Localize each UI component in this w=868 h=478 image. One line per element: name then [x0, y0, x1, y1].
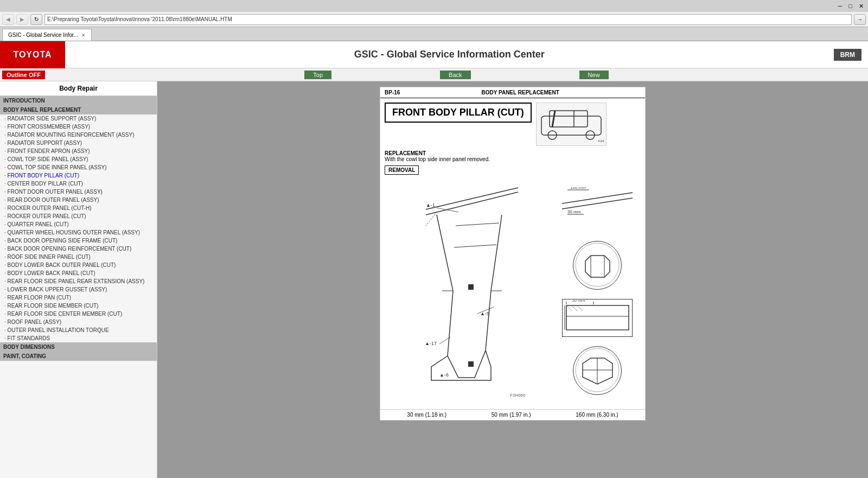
back-button[interactable]: Back: [440, 71, 470, 79]
replacement-text: With the cowl top side inner panel remov…: [385, 156, 641, 162]
maximize-btn[interactable]: □: [848, 3, 852, 9]
measurement-top: 160 mm 30 mm: [557, 187, 638, 232]
brm-button[interactable]: BRM: [834, 49, 861, 61]
sidebar-item-3[interactable]: · RADIATOR MOUNTING REINFORCEMENT (ASSY): [0, 131, 157, 139]
sidebar-item-16[interactable]: · BACK DOOR OPENING SIDE FRAME (CUT): [0, 237, 157, 245]
diagram-right: 160 mm 30 mm: [554, 177, 641, 405]
svg-line-5: [552, 111, 555, 127]
svg-rect-0: [541, 116, 601, 135]
sidebar: Body Repair INTRODUCTION BODY PANEL REPL…: [0, 81, 157, 478]
sidebar-item-6[interactable]: · COWL TOP SIDE PANEL (ASSY): [0, 155, 157, 163]
removal-label: REMOVAL: [385, 165, 419, 175]
sidebar-item-12[interactable]: · ROCKER OUTER PANEL (CUT-H): [0, 204, 157, 212]
minimize-btn[interactable]: ─: [838, 3, 843, 9]
sidebar-item-9[interactable]: · CENTER BODY PILLAR (CUT): [0, 180, 157, 188]
tab-close-icon[interactable]: ✕: [81, 33, 86, 38]
go-btn[interactable]: →: [854, 14, 866, 25]
sidebar-item-13[interactable]: · ROCKER OUTER PANEL (CUT): [0, 212, 157, 220]
main-layout: Body Repair INTRODUCTION BODY PANEL REPL…: [0, 81, 868, 478]
top-button[interactable]: Top: [304, 71, 331, 79]
section-title: BODY PANEL REPLACEMENT: [400, 90, 641, 95]
sidebar-item-11[interactable]: · REAR DOOR OUTER PANEL (ASSY): [0, 196, 157, 204]
sidebar-section-paint: PAINT, COATING: [0, 352, 157, 361]
browser-tab[interactable]: GSIC - Global Service Infor... ✕: [2, 29, 92, 41]
sidebar-section-body-panel: BODY PANEL REPLACEMENT: [0, 105, 157, 114]
outline-button[interactable]: Outline OFF: [2, 71, 45, 79]
svg-text:▲-1: ▲-1: [426, 202, 435, 208]
detail-circle-2: [573, 346, 622, 395]
svg-text:50 mm: 50 mm: [572, 300, 585, 303]
close-btn[interactable]: ✕: [859, 3, 864, 10]
doc-title-box: FRONT BODY PILLAR (CUT): [385, 103, 532, 123]
sidebar-item-2[interactable]: · FRONT CROSSMEMBER (ASSY): [0, 123, 157, 131]
svg-text:▲-17: ▲-17: [425, 341, 437, 346]
svg-rect-21: [468, 361, 474, 367]
sidebar-item-24[interactable]: · REAR FLOOR SIDE MEMBER (CUT): [0, 302, 157, 310]
toolbar: Outline OFF Top Back New: [0, 68, 868, 81]
sidebar-item-15[interactable]: · QUARTER WHEEL HOUSING OUTER PANEL (ASS…: [0, 228, 157, 237]
sidebar-item-4[interactable]: · RADIATOR SUPPORT (ASSY): [0, 139, 157, 147]
svg-line-40: [566, 305, 572, 311]
svg-line-25: [562, 193, 633, 203]
sidebar-item-1[interactable]: · RADIATOR SIDE SUPPORT (ASSY): [0, 114, 157, 123]
sidebar-item-20[interactable]: · BODY LOWER BACK PANEL (CUT): [0, 269, 157, 277]
app-header: TOYOTA GSIC - Global Service Information…: [0, 41, 868, 68]
sidebar-item-18[interactable]: · ROOF SIDE INNER PANEL (CUT): [0, 253, 157, 261]
sidebar-item-25[interactable]: · REAR FLOOR SIDE CENTER MEMBER (CUT): [0, 310, 157, 318]
svg-text:160 mm: 160 mm: [570, 187, 586, 190]
detail-rect-1: 50 mm: [562, 299, 633, 337]
nav-bar: ◀ ▶ ↻ E:\Prepraring Toyota\Toyota\Innova…: [0, 12, 868, 27]
doc-main-title: FRONT BODY PILLAR (CUT): [386, 104, 531, 122]
sidebar-item-26[interactable]: · ROOF PANEL (ASSY): [0, 318, 157, 326]
sidebar-item-21[interactable]: · REAR FLOOR SIDE PANEL REAR EXTENSION (…: [0, 277, 157, 285]
svg-text:30 mm: 30 mm: [567, 209, 581, 214]
sidebar-item-23[interactable]: · REAR FLOOR PAN (CUT): [0, 294, 157, 302]
new-button[interactable]: New: [579, 71, 609, 79]
sidebar-item-8[interactable]: · FRONT BODY PILLAR (CUT): [0, 171, 157, 180]
svg-rect-34: [566, 305, 629, 330]
sidebar-item-10[interactable]: · FRONT DOOR OUTER PANEL (ASSY): [0, 188, 157, 196]
svg-line-22: [456, 223, 499, 226]
footer-m2: 50 mm (1.97 in.): [492, 412, 531, 418]
svg-line-26: [562, 198, 633, 209]
svg-line-8: [426, 188, 518, 209]
sidebar-item-14[interactable]: · QUARTER PANEL (CUT): [0, 220, 157, 228]
document: BP-16 BODY PANEL REPLACEMENT FRONT BODY …: [380, 87, 646, 420]
sidebar-section-introduction: INTRODUCTION: [0, 96, 157, 105]
car-diagram-svg: F241314: [539, 105, 604, 143]
svg-text:F2H060: F2H060: [510, 393, 526, 398]
right-spacer: [651, 87, 814, 467]
sidebar-title: Body Repair: [0, 81, 157, 96]
forward-btn[interactable]: ▶: [16, 14, 28, 25]
sidebar-item-17[interactable]: · BACK DOOR OPENING REINFORCEMENT (CUT): [0, 245, 157, 253]
car-thumbnail: F241314: [536, 103, 607, 146]
svg-line-9: [426, 192, 518, 215]
content-area: BP-16 BODY PANEL REPLACEMENT FRONT BODY …: [157, 81, 868, 478]
svg-text:F241314: F241314: [598, 139, 604, 143]
svg-text:▲-5: ▲-5: [480, 311, 489, 316]
svg-point-31: [576, 243, 619, 286]
address-bar[interactable]: E:\Prepraring Toyota\Toyota\Innova\Innov…: [44, 14, 852, 25]
sidebar-item-outer-panel-torque[interactable]: · OUTER PANEL INSTALLATION TORQUE: [0, 326, 157, 334]
detail-circle-1: [573, 241, 622, 290]
address-text: E:\Prepraring Toyota\Toyota\Innova\Innov…: [47, 16, 849, 22]
doc-header: BP-16 BODY PANEL REPLACEMENT: [380, 87, 645, 98]
diagram-area: ▲-1 ▲-5 ▲-17 ▲-6: [385, 177, 641, 405]
pillar-main-svg: ▲-1 ▲-5 ▲-17 ▲-6: [410, 182, 529, 399]
page-number: BP-16: [385, 90, 400, 95]
svg-line-42: [577, 305, 583, 311]
diagram-main: ▲-1 ▲-5 ▲-17 ▲-6: [385, 177, 554, 405]
sidebar-section-dimensions: BODY DIMENSIONS: [0, 342, 157, 352]
sidebar-item-22[interactable]: · LOWER BACK UPPER GUSSET (ASSY): [0, 285, 157, 294]
sidebar-item-5[interactable]: · FRONT FENDER APRON (ASSY): [0, 147, 157, 155]
title-bar: ─ □ ✕: [0, 0, 868, 12]
sidebar-item-fit[interactable]: · FIT STANDARDS: [0, 334, 157, 342]
sidebar-item-19[interactable]: · BODY LOWER BACK OUTER PANEL (CUT): [0, 261, 157, 269]
toolbar-nav: Top Back New: [45, 71, 868, 79]
tab-label: GSIC - Global Service Infor...: [8, 32, 78, 38]
back-btn[interactable]: ◀: [2, 14, 14, 25]
sidebar-item-7[interactable]: · COWL TOP SIDE INNER PANEL (ASSY): [0, 163, 157, 171]
reload-btn[interactable]: ↻: [30, 14, 42, 25]
footer-m1: 30 mm (1.18 in.): [407, 412, 446, 418]
app-title: GSIC - Global Service Information Center: [65, 49, 834, 60]
